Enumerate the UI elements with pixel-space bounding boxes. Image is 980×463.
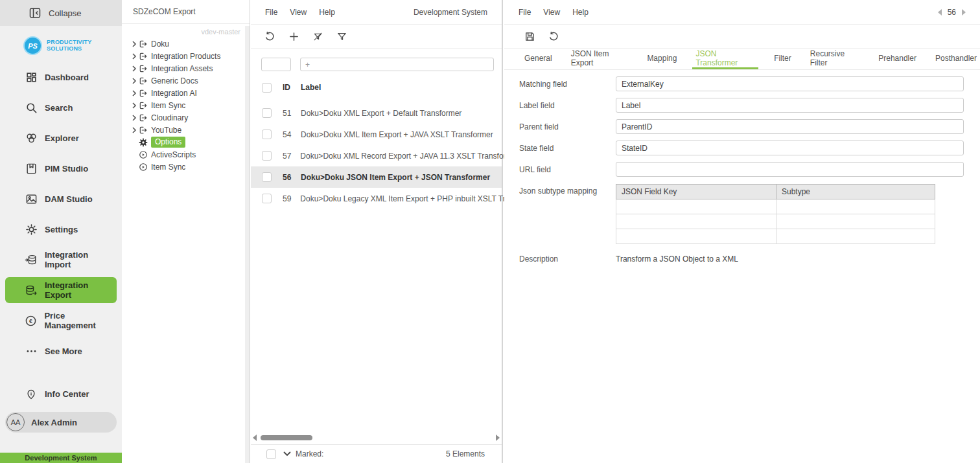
menu-file[interactable]: File	[265, 8, 277, 17]
tree-item-generic-docs[interactable]: Generic Docs	[122, 74, 250, 87]
chevron-right-icon[interactable]	[132, 53, 139, 60]
sidebar-item-see-more[interactable]: See More	[5, 338, 117, 364]
export-node-icon	[139, 113, 148, 122]
sidebar-item-dam-studio[interactable]: DAM Studio	[5, 186, 117, 212]
sidebar-item-pim-studio[interactable]: PIM Studio	[5, 155, 117, 181]
tab-filter[interactable]: Filter	[771, 49, 795, 69]
select-all-checkbox[interactable]	[262, 83, 272, 93]
sidebar-item-integration-export[interactable]: Integration Export	[5, 277, 117, 303]
marked-checkbox[interactable]	[266, 449, 276, 459]
user-menu[interactable]: AA Alex Admin	[5, 412, 117, 433]
row-checkbox[interactable]	[262, 108, 272, 118]
sidebar-item-search[interactable]: Search	[5, 95, 117, 120]
export-node-icon	[139, 89, 148, 98]
tree-item-activescripts[interactable]: ActiveScripts	[122, 148, 250, 161]
horizontal-scrollbar[interactable]	[251, 434, 502, 442]
menu-view[interactable]: View	[290, 8, 307, 17]
next-record-arrow[interactable]	[962, 9, 966, 16]
tree-item-youtube[interactable]: YouTube	[122, 124, 250, 136]
sidebar-item-explorer[interactable]: Explorer	[5, 125, 117, 151]
tree-item-integration-ai[interactable]: Integration AI	[122, 87, 250, 99]
detail-tabs: General JSON Item Export Mapping JSON Tr…	[504, 49, 980, 70]
remove-filter-button[interactable]	[309, 28, 326, 45]
menu-help[interactable]: Help	[572, 8, 589, 17]
subtype-cell[interactable]	[776, 229, 935, 244]
tab-prehandler[interactable]: Prehandler	[875, 49, 920, 69]
tree-item-doku[interactable]: Doku	[122, 38, 250, 50]
chevron-right-icon[interactable]	[132, 65, 139, 72]
filter-button[interactable]	[333, 28, 350, 45]
sidebar-item-price-management[interactable]: € Price Management	[5, 308, 117, 333]
gear-icon	[25, 223, 38, 236]
sidebar: Collapse PS PRODUCTIVITY SOLUTIONS Dashb…	[0, 0, 122, 463]
table-row-selected[interactable]: 56 Doku>Doku JSON Item Export + JSON Tra…	[251, 166, 502, 188]
collapse-icon	[29, 6, 41, 19]
tab-json-transformer[interactable]: JSON Transformer	[692, 49, 758, 69]
tree-vertical-scrollbar[interactable]	[245, 26, 250, 463]
record-pager: 56	[938, 8, 966, 17]
row-checkbox[interactable]	[262, 151, 272, 161]
export-list: 51 Doku>Doku XML Export + Default Transf…	[251, 102, 502, 209]
table-row[interactable]: 51 Doku>Doku XML Export + Default Transf…	[251, 102, 502, 124]
scrollbar-thumb[interactable]	[261, 435, 312, 440]
menu-view[interactable]: View	[543, 8, 560, 17]
refresh-button[interactable]	[261, 28, 278, 45]
subtype-cell[interactable]	[776, 214, 935, 229]
chevron-right-icon[interactable]	[132, 102, 139, 109]
menu-file[interactable]: File	[519, 8, 531, 17]
tree-item-options[interactable]: Options	[122, 136, 250, 148]
tab-general[interactable]: General	[521, 49, 555, 69]
add-button[interactable]	[285, 28, 302, 45]
tab-json-item-export[interactable]: JSON Item Export	[568, 49, 632, 69]
price-euro-icon: €	[25, 315, 37, 327]
table-row[interactable]: 54 Doku>Doku XML Item Export + JAVA XSLT…	[251, 124, 502, 145]
play-circle-icon	[139, 163, 148, 172]
parent-field-input[interactable]	[616, 119, 964, 134]
label-field-input[interactable]	[616, 98, 964, 113]
sidebar-item-info-center[interactable]: Info Center	[5, 381, 117, 407]
subtype-cell[interactable]	[616, 199, 776, 214]
tree-item-item-sync-script[interactable]: Item Sync	[122, 161, 250, 173]
sidebar-item-integration-import[interactable]: Integration Import	[5, 247, 117, 273]
row-checkbox[interactable]	[262, 130, 272, 139]
description-value: Transform a JSON Object to a XML	[616, 254, 738, 264]
dashboard-icon	[25, 71, 38, 84]
subtype-cell[interactable]	[616, 214, 776, 229]
tab-recursive-filter[interactable]: Recursive Filter	[807, 49, 863, 69]
chevron-right-icon[interactable]	[132, 41, 139, 47]
save-button[interactable]	[521, 28, 538, 45]
refresh-button[interactable]	[545, 28, 562, 45]
previous-record-arrow[interactable]	[938, 9, 942, 16]
url-field-input[interactable]	[616, 162, 964, 177]
subtype-cell[interactable]	[776, 199, 935, 214]
chevron-right-icon[interactable]	[132, 127, 139, 133]
sidebar-item-dashboard[interactable]: Dashboard	[5, 64, 117, 90]
menu-help[interactable]: Help	[319, 8, 335, 17]
tree-item-cloudinary[interactable]: Cloudinary	[122, 111, 250, 124]
chevron-down-icon[interactable]	[283, 451, 291, 457]
sidebar-item-settings[interactable]: Settings	[5, 216, 117, 242]
subtype-cell[interactable]	[616, 229, 776, 244]
table-row[interactable]: 57 Doku>Doku XML Record Export + JAVA 11…	[251, 145, 502, 166]
tree-item-integration-assets[interactable]: Integration Assets	[122, 62, 250, 74]
tab-mapping[interactable]: Mapping	[644, 49, 680, 69]
row-checkbox[interactable]	[262, 172, 272, 182]
export-detail-panel: File View Help 56 General JSON Item Expo…	[504, 0, 980, 463]
tree-item-integration-products[interactable]: Integration Products	[122, 50, 250, 62]
column-header-label[interactable]: Label	[301, 83, 321, 92]
table-row[interactable]: 59 Doku>Doku Legacy XML Item Export + PH…	[251, 188, 502, 209]
tab-posthandler[interactable]: Posthandler	[932, 49, 980, 69]
scroll-right-arrow[interactable]	[496, 435, 500, 441]
id-filter-input[interactable]	[261, 58, 291, 71]
column-header-id[interactable]: ID	[283, 83, 292, 92]
tree-item-item-sync[interactable]: Item Sync	[122, 99, 250, 111]
scroll-left-arrow[interactable]	[253, 435, 257, 441]
matching-field-input[interactable]	[616, 76, 964, 91]
collapse-button[interactable]: Collapse	[0, 0, 122, 26]
chevron-right-icon[interactable]	[132, 78, 139, 84]
row-checkbox[interactable]	[262, 194, 272, 203]
chevron-right-icon[interactable]	[132, 115, 139, 121]
chevron-right-icon[interactable]	[132, 90, 139, 96]
label-filter-input[interactable]	[300, 58, 494, 71]
state-field-input[interactable]	[616, 141, 964, 155]
